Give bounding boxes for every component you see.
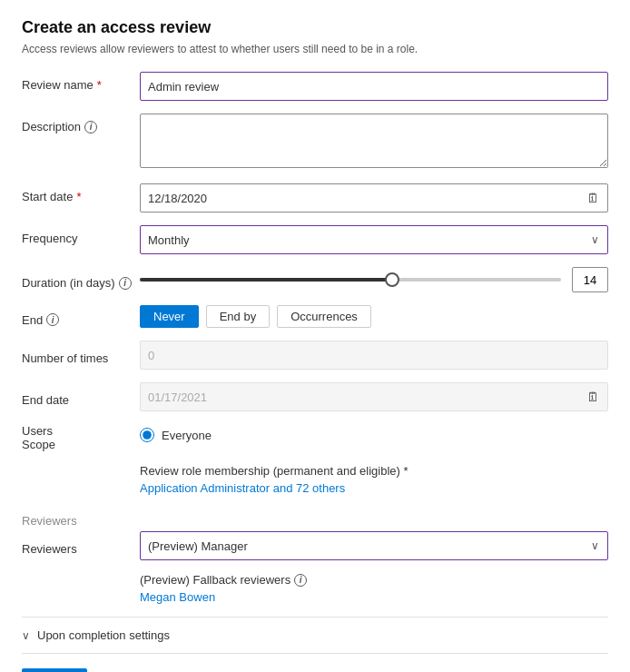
reviewers-select-wrap: (Preview) Manager Self review Selected u… [140,531,608,560]
review-name-input[interactable] [140,72,608,101]
review-name-field-wrap [140,72,608,101]
scope-everyone-radio[interactable] [140,428,154,442]
reviewers-section-label: Reviewers [22,508,140,528]
duration-value-input[interactable] [572,267,608,292]
end-field-wrap: Never End by Occurrences [140,305,608,328]
end-date-field-wrap: 🗓 [140,382,608,411]
fallback-link[interactable]: Megan Bowen [140,590,215,604]
completion-chevron-icon: ∨ [22,629,30,642]
end-date-label: End date [22,387,140,407]
reviewers-field-wrap: (Preview) Manager Self review Selected u… [140,531,608,560]
slider-fill [140,278,392,282]
end-toggle-group: Never End by Occurrences [140,305,608,328]
scope-everyone-label: Everyone [162,429,212,442]
reviewers-select[interactable]: (Preview) Manager Self review Selected u… [140,531,608,560]
end-date-input[interactable] [140,382,608,411]
start-date-wrap: 🗓 [140,183,608,212]
end-never-button[interactable]: Never [140,305,199,328]
start-date-input[interactable] [140,183,608,212]
number-of-times-label: Number of times [22,345,140,365]
end-label: End i [22,307,140,327]
description-info-icon: i [84,121,97,133]
frequency-select-wrap: Monthly Weekly Quarterly Semi-annually A… [140,225,608,254]
start-button[interactable]: Start [22,668,87,672]
description-input[interactable] [140,114,608,168]
end-info-icon: i [46,313,59,326]
description-label: Description i [22,114,140,133]
start-date-field-wrap: 🗓 [140,183,608,212]
start-date-label: Start date * [22,183,140,203]
review-name-label: Review name * [22,72,140,92]
frequency-label: Frequency [22,225,140,245]
number-of-times-input[interactable] [140,341,608,370]
duration-field-wrap [140,267,608,292]
number-of-times-field-wrap [140,341,608,370]
users-scope-label: Users Scope [22,424,140,451]
frequency-field-wrap: Monthly Weekly Quarterly Semi-annually A… [140,225,608,254]
review-role-link[interactable]: Application Administrator and 72 others [140,481,345,495]
end-occurrences-button[interactable]: Occurrences [277,305,371,328]
slider-track[interactable] [140,278,561,282]
completion-label: Upon completion settings [37,628,170,642]
frequency-select[interactable]: Monthly Weekly Quarterly Semi-annually A… [140,225,608,254]
review-role-label: Review role membership (permanent and el… [140,464,409,478]
users-scope-radio-group: Everyone [140,424,608,442]
description-field-wrap [140,114,608,171]
fallback-info-icon: i [294,574,307,587]
users-scope-field-wrap: Everyone [140,424,608,442]
slider-thumb[interactable] [385,272,399,287]
reviewers-label: Reviewers [22,536,140,556]
fallback-label: (Preview) Fallback reviewers i [140,573,307,587]
completion-settings-row[interactable]: ∨ Upon completion settings [22,617,608,654]
duration-label: Duration (in days) i [22,270,140,290]
page-subtitle: Access reviews allow reviewers to attest… [22,43,608,55]
page-title: Create an access review [22,18,608,37]
end-by-button[interactable]: End by [206,305,270,328]
end-date-wrap: 🗓 [140,382,608,411]
duration-slider-wrap [140,267,608,292]
duration-info-icon: i [119,277,132,290]
